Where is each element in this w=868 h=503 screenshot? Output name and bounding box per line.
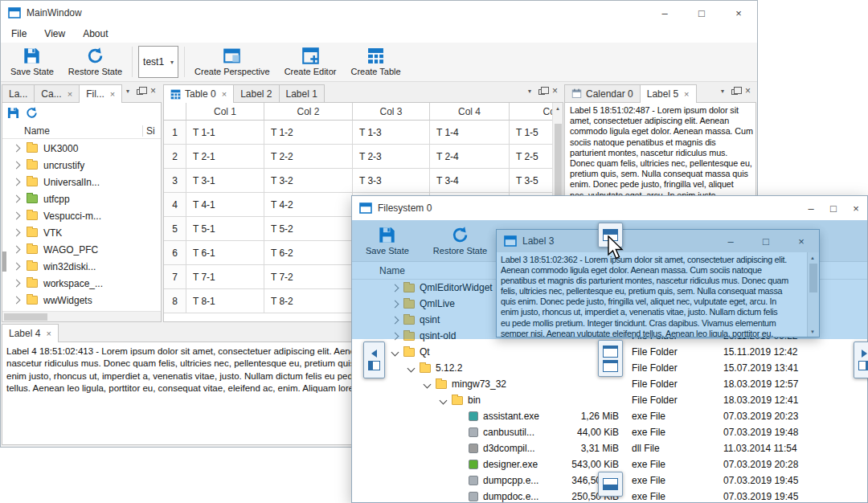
detach-icon[interactable] [538, 84, 545, 98]
tab-close-icon[interactable]: × [222, 89, 227, 99]
table-cell[interactable]: T 5-1 [186, 217, 264, 241]
table-cell[interactable]: T 8-2 [264, 289, 353, 313]
row-header[interactable]: 8 [164, 289, 186, 313]
table-cell[interactable]: T 1-1 [186, 121, 264, 145]
tree-item-vespucci-m[interactable]: Vespucci-m... [2, 207, 161, 224]
table-cell[interactable]: T 3-4 [430, 169, 510, 193]
menu-about[interactable]: About [74, 25, 117, 43]
fs-item-assistant-exe[interactable]: assistant.exe1,26 MiBexe File07.03.2019 … [352, 408, 867, 424]
table-cell[interactable]: T 4-2 [264, 193, 353, 217]
minimize-icon[interactable]: – [646, 1, 683, 25]
drop-indicator-right[interactable] [854, 341, 868, 378]
tab-list-dropdown-icon[interactable]: ▾ [126, 88, 129, 95]
tree-item-win32diski[interactable]: win32diski... [2, 258, 161, 275]
dock-close-icon[interactable]: × [150, 85, 156, 96]
tab-close-icon[interactable]: × [684, 89, 689, 99]
table-cell[interactable]: T 5-2 [264, 217, 353, 241]
fs-item-canbusutil[interactable]: canbusutil...44,00 KiBexe File07.03.2019… [352, 424, 867, 440]
fs-item-bin[interactable]: binFile Folder18.03.2019 12:41 [352, 392, 867, 408]
maximize-icon[interactable]: □ [683, 1, 720, 25]
right-tab-label-5[interactable]: Label 5× [640, 84, 697, 103]
tree-item-universalin[interactable]: UniversalIn... [2, 174, 161, 190]
table-cell[interactable]: T 3-3 [353, 169, 430, 193]
tree-item-utfcpp[interactable]: utfcpp [2, 190, 161, 207]
scroll-up-icon[interactable]: ▲ [553, 103, 563, 113]
scrollbar-thumb[interactable] [4, 313, 47, 321]
table-cell[interactable]: T 6-2 [264, 241, 353, 265]
main-window-titlebar[interactable]: MainWindow – □ × [1, 1, 757, 25]
close-icon[interactable]: × [845, 196, 867, 220]
column-header-col-3[interactable]: Col 3 [353, 103, 430, 121]
table-cell[interactable]: T 7-2 [264, 265, 353, 289]
close-icon[interactable]: × [720, 1, 757, 25]
create-perspective-button[interactable]: Create Perspective [187, 44, 277, 80]
chevron-down-icon[interactable] [391, 348, 399, 356]
chevron-right-icon[interactable] [13, 229, 21, 237]
column-header-col-4[interactable]: Col 4 [430, 103, 510, 121]
table-cell[interactable]: T 2-4 [430, 145, 510, 169]
dock-close-icon[interactable]: × [552, 85, 558, 96]
row-header[interactable]: 2 [164, 145, 186, 169]
chevron-right-icon[interactable] [13, 212, 21, 220]
chevron-right-icon[interactable] [13, 195, 21, 203]
tab-list-dropdown-icon[interactable]: ▾ [721, 88, 724, 95]
chevron-down-icon[interactable] [424, 380, 432, 388]
left-tab-ca[interactable]: Ca...× [34, 84, 80, 102]
filesystem-window-titlebar[interactable]: Filesystem 0 – □ × [352, 196, 867, 220]
row-header[interactable]: 6 [164, 241, 186, 265]
table-cell[interactable]: T 6-1 [186, 241, 264, 265]
table-cell[interactable]: T 1-3 [353, 121, 430, 145]
create-table-button[interactable]: Create Table [343, 44, 407, 80]
right-tab-calendar-0[interactable]: Calendar 0 [564, 84, 641, 102]
left-tab-la[interactable]: La... [2, 84, 35, 102]
table-cell[interactable]: T 7-1 [186, 265, 264, 289]
tree-item-vtk[interactable]: VTK [2, 224, 161, 241]
center-tab-label-2[interactable]: Label 2 [233, 84, 279, 102]
restore-state-button[interactable]: Restore State [61, 44, 129, 80]
chevron-down-icon[interactable] [440, 396, 448, 404]
detach-icon[interactable] [137, 84, 143, 98]
create-editor-button[interactable]: Create Editor [277, 44, 344, 80]
column-header-col-1[interactable]: Col 1 [186, 103, 264, 121]
maximize-icon[interactable]: □ [822, 196, 845, 220]
perspective-combo[interactable]: test1 ▾ [138, 46, 178, 78]
table-cell[interactable]: T 2-1 [186, 145, 264, 169]
tree-item-workspace[interactable]: workspace_... [2, 275, 161, 292]
tree-item-wwwidgets[interactable]: wwWidgets [2, 292, 161, 309]
bottom-tab-label-4[interactable]: Label 4× [2, 324, 59, 342]
row-header[interactable]: 4 [164, 193, 186, 217]
fs-item-designer-exe[interactable]: designer.exe543,00 KiBexe File07.03.2019… [352, 456, 867, 472]
tab-close-icon[interactable]: × [68, 89, 72, 99]
table-cell[interactable]: T 3-1 [186, 169, 264, 193]
vertical-scrollbar-thumb[interactable] [2, 251, 6, 272]
chevron-down-icon[interactable] [407, 364, 416, 372]
chevron-right-icon[interactable] [13, 145, 21, 153]
horizontal-scrollbar[interactable] [2, 311, 161, 321]
table-cell[interactable]: T 2-2 [264, 145, 353, 169]
size-column-header[interactable]: Si [142, 125, 161, 137]
tab-close-icon[interactable]: × [110, 89, 115, 99]
row-header[interactable]: 5 [164, 217, 186, 241]
chevron-right-icon[interactable] [13, 280, 21, 288]
tree-item-uncrustify[interactable]: uncrustify [2, 157, 161, 174]
chevron-right-icon[interactable] [13, 246, 21, 254]
save-state-button[interactable]: Save State [3, 44, 61, 80]
chevron-right-icon[interactable] [13, 296, 21, 305]
table-cell[interactable]: T 4-1 [186, 193, 264, 217]
table-cell[interactable]: T 8-1 [186, 289, 264, 313]
minimize-icon[interactable]: – [800, 196, 822, 220]
restore-state-icon-button[interactable] [26, 107, 38, 119]
tab-list-dropdown-icon[interactable]: ▾ [528, 88, 531, 95]
fs-item-mingw73-32[interactable]: mingw73_32File Folder18.03.2019 12:57 [352, 376, 867, 392]
table-cell[interactable]: T 1-4 [430, 121, 510, 145]
chevron-right-icon[interactable] [13, 178, 21, 186]
chevron-right-icon[interactable] [13, 263, 21, 271]
row-header[interactable]: 1 [164, 121, 186, 145]
left-tab-fil[interactable]: Fil...× [79, 84, 122, 103]
fs-item-d3dcompil[interactable]: d3dcompil...3,31 MiBdll File11.03.2014 1… [352, 440, 867, 456]
tree-item-wago-pfc[interactable]: WAGO_PFC [2, 241, 161, 258]
table-cell[interactable]: T 1-2 [264, 121, 353, 145]
row-header[interactable]: 3 [164, 169, 186, 193]
name-column-header[interactable]: Name [2, 125, 142, 137]
menu-view[interactable]: View [35, 25, 74, 43]
